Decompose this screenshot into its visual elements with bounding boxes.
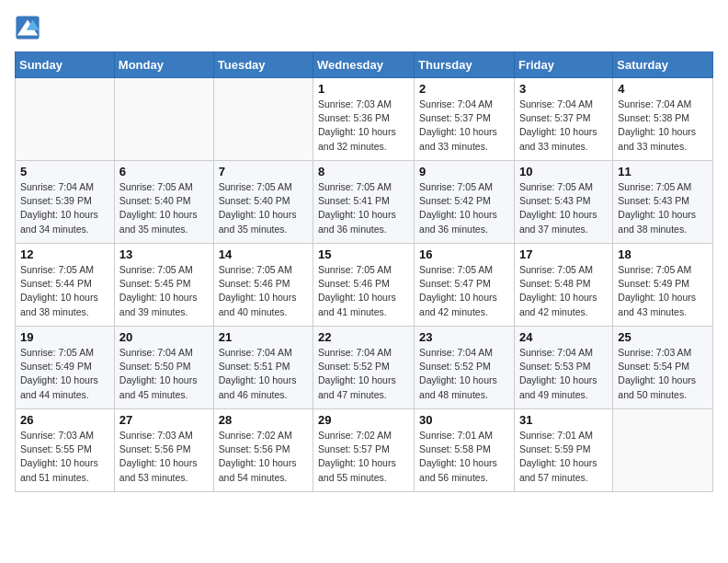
day-cell: 22Sunrise: 7:04 AM Sunset: 5:52 PM Dayli… xyxy=(313,327,415,409)
day-cell: 19Sunrise: 7:05 AM Sunset: 5:49 PM Dayli… xyxy=(16,327,115,409)
day-cell: 11Sunrise: 7:05 AM Sunset: 5:43 PM Dayli… xyxy=(613,161,713,244)
day-info: Sunrise: 7:04 AM Sunset: 5:38 PM Dayligh… xyxy=(618,98,708,154)
day-number: 15 xyxy=(318,247,409,261)
day-number: 5 xyxy=(20,165,109,178)
day-number: 28 xyxy=(219,413,308,427)
day-info: Sunrise: 7:05 AM Sunset: 5:40 PM Dayligh… xyxy=(119,180,209,236)
day-number: 7 xyxy=(219,165,308,178)
day-number: 21 xyxy=(219,330,308,344)
day-cell: 17Sunrise: 7:05 AM Sunset: 5:48 PM Dayli… xyxy=(514,244,612,327)
day-number: 23 xyxy=(419,330,509,344)
day-cell: 4Sunrise: 7:04 AM Sunset: 5:38 PM Daylig… xyxy=(613,78,713,161)
day-number: 11 xyxy=(618,165,708,178)
day-number: 17 xyxy=(519,247,608,261)
day-info: Sunrise: 7:04 AM Sunset: 5:37 PM Dayligh… xyxy=(519,98,608,154)
day-cell: 3Sunrise: 7:04 AM Sunset: 5:37 PM Daylig… xyxy=(514,78,612,161)
week-row-2: 5Sunrise: 7:04 AM Sunset: 5:39 PM Daylig… xyxy=(16,161,713,244)
day-number: 30 xyxy=(419,413,509,427)
day-cell xyxy=(213,78,313,161)
day-info: Sunrise: 7:05 AM Sunset: 5:49 PM Dayligh… xyxy=(618,263,708,319)
day-info: Sunrise: 7:05 AM Sunset: 5:41 PM Dayligh… xyxy=(318,180,409,236)
day-cell: 18Sunrise: 7:05 AM Sunset: 5:49 PM Dayli… xyxy=(613,244,713,327)
day-number: 27 xyxy=(119,413,209,427)
day-info: Sunrise: 7:04 AM Sunset: 5:52 PM Dayligh… xyxy=(419,346,509,402)
day-number: 22 xyxy=(318,330,409,344)
weekday-header-saturday: Saturday xyxy=(613,52,713,78)
day-cell: 24Sunrise: 7:04 AM Sunset: 5:53 PM Dayli… xyxy=(514,327,612,409)
day-info: Sunrise: 7:04 AM Sunset: 5:52 PM Dayligh… xyxy=(318,346,409,402)
day-cell: 31Sunrise: 7:01 AM Sunset: 5:59 PM Dayli… xyxy=(514,409,612,492)
day-info: Sunrise: 7:03 AM Sunset: 5:54 PM Dayligh… xyxy=(618,346,708,402)
day-number: 10 xyxy=(519,165,608,178)
day-number: 18 xyxy=(618,247,708,261)
day-cell: 12Sunrise: 7:05 AM Sunset: 5:44 PM Dayli… xyxy=(16,244,115,327)
day-cell: 25Sunrise: 7:03 AM Sunset: 5:54 PM Dayli… xyxy=(613,327,713,409)
day-cell: 14Sunrise: 7:05 AM Sunset: 5:46 PM Dayli… xyxy=(213,244,313,327)
page-header xyxy=(15,15,713,40)
day-number: 9 xyxy=(419,165,509,178)
day-info: Sunrise: 7:04 AM Sunset: 5:50 PM Dayligh… xyxy=(119,346,209,402)
day-cell: 9Sunrise: 7:05 AM Sunset: 5:42 PM Daylig… xyxy=(415,161,515,244)
day-info: Sunrise: 7:01 AM Sunset: 5:59 PM Dayligh… xyxy=(519,429,608,485)
calendar-table: SundayMondayTuesdayWednesdayThursdayFrid… xyxy=(15,52,713,492)
day-info: Sunrise: 7:05 AM Sunset: 5:43 PM Dayligh… xyxy=(618,180,708,236)
day-info: Sunrise: 7:04 AM Sunset: 5:51 PM Dayligh… xyxy=(219,346,308,402)
day-info: Sunrise: 7:03 AM Sunset: 5:36 PM Dayligh… xyxy=(318,98,409,154)
day-number: 16 xyxy=(419,247,509,261)
week-row-3: 12Sunrise: 7:05 AM Sunset: 5:44 PM Dayli… xyxy=(16,244,713,327)
day-number: 26 xyxy=(20,413,109,427)
day-number: 14 xyxy=(219,247,308,261)
day-number: 31 xyxy=(519,413,608,427)
weekday-header-row: SundayMondayTuesdayWednesdayThursdayFrid… xyxy=(16,52,713,78)
day-cell xyxy=(16,78,115,161)
weekday-header-thursday: Thursday xyxy=(415,52,515,78)
day-info: Sunrise: 7:05 AM Sunset: 5:43 PM Dayligh… xyxy=(519,180,608,236)
day-cell: 5Sunrise: 7:04 AM Sunset: 5:39 PM Daylig… xyxy=(16,161,115,244)
day-number: 29 xyxy=(318,413,409,427)
day-info: Sunrise: 7:05 AM Sunset: 5:48 PM Dayligh… xyxy=(519,263,608,319)
day-cell: 29Sunrise: 7:02 AM Sunset: 5:57 PM Dayli… xyxy=(313,409,415,492)
day-info: Sunrise: 7:04 AM Sunset: 5:37 PM Dayligh… xyxy=(419,98,509,154)
day-info: Sunrise: 7:02 AM Sunset: 5:57 PM Dayligh… xyxy=(318,429,409,485)
weekday-header-tuesday: Tuesday xyxy=(213,52,313,78)
day-cell: 21Sunrise: 7:04 AM Sunset: 5:51 PM Dayli… xyxy=(213,327,313,409)
logo-icon xyxy=(15,15,40,40)
day-cell: 26Sunrise: 7:03 AM Sunset: 5:55 PM Dayli… xyxy=(16,409,115,492)
day-cell: 8Sunrise: 7:05 AM Sunset: 5:41 PM Daylig… xyxy=(313,161,415,244)
week-row-1: 1Sunrise: 7:03 AM Sunset: 5:36 PM Daylig… xyxy=(16,78,713,161)
day-info: Sunrise: 7:05 AM Sunset: 5:49 PM Dayligh… xyxy=(20,346,109,402)
day-cell xyxy=(114,78,213,161)
day-info: Sunrise: 7:05 AM Sunset: 5:47 PM Dayligh… xyxy=(419,263,509,319)
day-info: Sunrise: 7:05 AM Sunset: 5:44 PM Dayligh… xyxy=(20,263,109,319)
day-number: 19 xyxy=(20,330,109,344)
day-cell: 10Sunrise: 7:05 AM Sunset: 5:43 PM Dayli… xyxy=(514,161,612,244)
day-info: Sunrise: 7:05 AM Sunset: 5:46 PM Dayligh… xyxy=(318,263,409,319)
day-number: 12 xyxy=(20,247,109,261)
day-cell: 15Sunrise: 7:05 AM Sunset: 5:46 PM Dayli… xyxy=(313,244,415,327)
week-row-4: 19Sunrise: 7:05 AM Sunset: 5:49 PM Dayli… xyxy=(16,327,713,409)
weekday-header-friday: Friday xyxy=(514,52,612,78)
day-cell: 2Sunrise: 7:04 AM Sunset: 5:37 PM Daylig… xyxy=(415,78,515,161)
day-cell: 20Sunrise: 7:04 AM Sunset: 5:50 PM Dayli… xyxy=(114,327,213,409)
week-row-5: 26Sunrise: 7:03 AM Sunset: 5:55 PM Dayli… xyxy=(16,409,713,492)
day-number: 13 xyxy=(119,247,209,261)
day-number: 24 xyxy=(519,330,608,344)
day-info: Sunrise: 7:04 AM Sunset: 5:53 PM Dayligh… xyxy=(519,346,608,402)
day-info: Sunrise: 7:03 AM Sunset: 5:56 PM Dayligh… xyxy=(119,429,209,485)
day-number: 4 xyxy=(618,82,708,96)
day-number: 1 xyxy=(318,82,409,96)
day-number: 6 xyxy=(119,165,209,178)
day-cell xyxy=(613,409,713,492)
day-info: Sunrise: 7:05 AM Sunset: 5:45 PM Dayligh… xyxy=(119,263,209,319)
day-info: Sunrise: 7:04 AM Sunset: 5:39 PM Dayligh… xyxy=(20,180,109,236)
day-info: Sunrise: 7:01 AM Sunset: 5:58 PM Dayligh… xyxy=(419,429,509,485)
day-number: 2 xyxy=(419,82,509,96)
day-cell: 23Sunrise: 7:04 AM Sunset: 5:52 PM Dayli… xyxy=(415,327,515,409)
day-info: Sunrise: 7:05 AM Sunset: 5:40 PM Dayligh… xyxy=(219,180,308,236)
day-number: 3 xyxy=(519,82,608,96)
day-cell: 13Sunrise: 7:05 AM Sunset: 5:45 PM Dayli… xyxy=(114,244,213,327)
day-cell: 1Sunrise: 7:03 AM Sunset: 5:36 PM Daylig… xyxy=(313,78,415,161)
day-number: 8 xyxy=(318,165,409,178)
day-info: Sunrise: 7:05 AM Sunset: 5:46 PM Dayligh… xyxy=(219,263,308,319)
day-cell: 6Sunrise: 7:05 AM Sunset: 5:40 PM Daylig… xyxy=(114,161,213,244)
